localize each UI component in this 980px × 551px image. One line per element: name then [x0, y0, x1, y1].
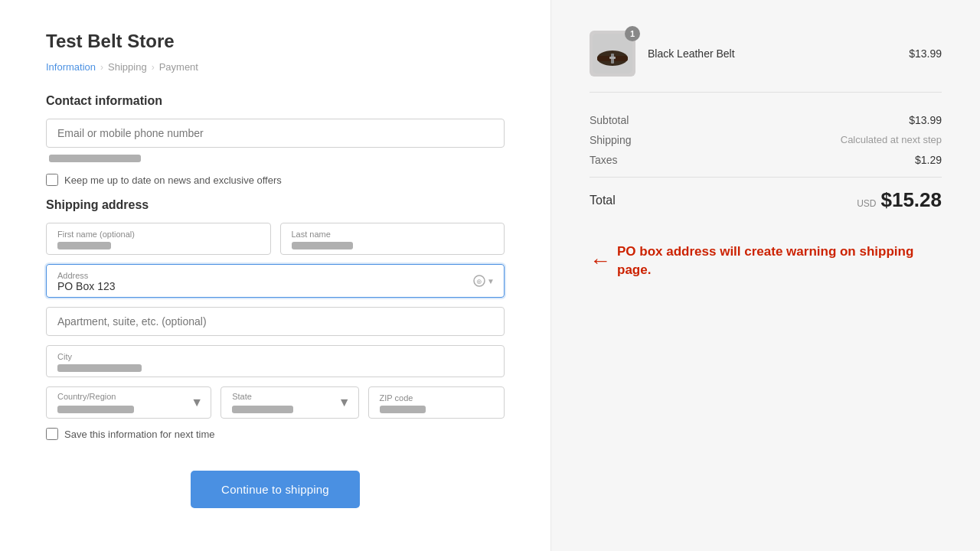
right-panel: 1 Black Leather Belt $13.99 Subtotal $13… — [551, 0, 980, 551]
taxes-row: Taxes $1.29 — [590, 154, 942, 166]
state-group: State ▼ — [220, 386, 358, 419]
region-row: Country/Region ▼ State ▼ ZIP code — [46, 386, 505, 419]
save-checkbox-row: Save this information for next time — [46, 428, 505, 440]
country-blurred — [57, 406, 134, 413]
taxes-value: $1.29 — [915, 154, 942, 166]
save-info-label: Save this information for next time — [64, 429, 215, 440]
address-label: Address — [57, 271, 493, 280]
store-title: Test Belt Store — [46, 31, 505, 52]
total-label: Total — [590, 194, 616, 207]
left-panel: Test Belt Store Information › Shipping ›… — [0, 0, 551, 551]
breadcrumb-shipping[interactable]: Shipping — [108, 61, 147, 73]
contact-section-title: Contact information — [46, 94, 505, 108]
state-blurred — [232, 406, 293, 413]
save-info-checkbox[interactable] — [46, 428, 58, 440]
newsletter-checkbox-row: Keep me up to date on news and exclusive… — [46, 174, 505, 186]
address-field-wrap: Address ⊕ ▼ — [46, 264, 505, 298]
subtotal-row: Subtotal $13.99 — [590, 114, 942, 126]
product-badge: 1 — [625, 26, 640, 41]
last-name-group: Last name — [280, 223, 505, 255]
shipping-section-title: Shipping address — [46, 198, 505, 212]
city-label: City — [57, 352, 493, 361]
product-info: Black Leather Belt — [648, 47, 909, 60]
zip-label: ZIP code — [380, 393, 493, 403]
zip-blurred — [380, 406, 426, 413]
belt-image-svg — [593, 34, 632, 73]
continue-btn-wrap: Continue to shipping — [46, 452, 505, 508]
state-label: State — [221, 387, 358, 403]
total-currency: USD — [857, 198, 876, 209]
newsletter-label: Keep me up to date on news and exclusive… — [64, 174, 282, 186]
subtotal-label: Subtotal — [590, 114, 629, 126]
annotation-arrow-icon: ← — [590, 250, 611, 272]
city-blurred — [57, 364, 142, 372]
total-value-wrap: USD $15.28 — [857, 188, 942, 212]
annotation-text: PO box address will create warning on sh… — [617, 243, 942, 279]
name-row: First name (optional) Last name — [46, 223, 505, 255]
breadcrumb-sep-2: › — [152, 62, 155, 73]
product-row: 1 Black Leather Belt $13.99 — [590, 31, 942, 93]
svg-text:⊕: ⊕ — [476, 278, 482, 285]
breadcrumb-information[interactable]: Information — [46, 61, 96, 73]
address-group: Address ⊕ ▼ — [46, 264, 505, 298]
continue-to-shipping-button[interactable]: Continue to shipping — [191, 471, 360, 508]
first-name-blurred — [57, 242, 111, 249]
shipping-label: Shipping — [590, 134, 632, 146]
apt-input[interactable] — [46, 307, 505, 336]
email-input[interactable] — [46, 119, 505, 148]
email-group — [46, 119, 505, 165]
zip-group: ZIP code — [368, 386, 505, 419]
first-name-label: First name (optional) — [57, 230, 260, 239]
breadcrumb: Information › Shipping › Payment — [46, 61, 505, 73]
last-name-blurred — [292, 242, 353, 249]
country-label: Country/Region — [47, 387, 211, 403]
city-group: City — [46, 345, 505, 377]
zip-field-wrap: ZIP code — [368, 386, 505, 419]
taxes-label: Taxes — [590, 154, 618, 166]
annotation-wrap: ← PO box address will create warning on … — [590, 243, 942, 279]
email-blurred-value — [49, 155, 141, 162]
breadcrumb-payment[interactable]: Payment — [159, 61, 198, 73]
apt-group — [46, 307, 505, 336]
newsletter-checkbox[interactable] — [46, 174, 58, 186]
breadcrumb-sep-1: › — [100, 62, 103, 73]
summary-divider — [590, 177, 942, 178]
first-name-group: First name (optional) — [46, 223, 271, 255]
total-amount: $15.28 — [880, 188, 942, 212]
last-name-label: Last name — [292, 230, 494, 239]
shipping-row: Shipping Calculated at next step — [590, 134, 942, 146]
svg-rect-6 — [609, 57, 616, 59]
shipping-value: Calculated at next step — [841, 134, 942, 146]
total-row: Total USD $15.28 — [590, 188, 942, 212]
address-icon: ⊕ ▼ — [473, 275, 495, 287]
address-input[interactable] — [57, 280, 462, 292]
product-name: Black Leather Belt — [648, 47, 909, 60]
product-price: $13.99 — [909, 47, 942, 60]
product-image-wrap: 1 — [590, 31, 635, 77]
subtotal-value: $13.99 — [909, 114, 942, 126]
city-field-wrap: City — [46, 345, 505, 377]
country-group: Country/Region ▼ — [46, 386, 211, 419]
